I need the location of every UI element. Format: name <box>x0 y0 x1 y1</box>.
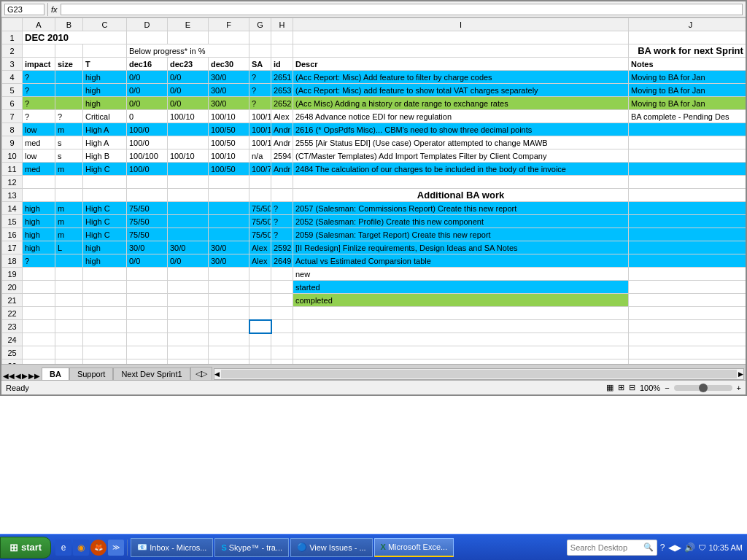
cell[interactable]: High A <box>83 123 127 136</box>
cell[interactable]: 2652 <box>271 97 293 110</box>
cell[interactable]: 30/0 <box>209 241 249 254</box>
cell[interactable]: T <box>83 58 127 71</box>
cell[interactable]: dec30 <box>209 58 249 71</box>
cell[interactable]: 2651 <box>271 71 293 84</box>
tab-first-arrow[interactable]: ◀◀ <box>3 372 15 380</box>
cell[interactable]: 0/0 <box>168 254 209 268</box>
cell[interactable] <box>629 307 746 320</box>
cell[interactable]: 100/0 <box>127 163 168 176</box>
cell[interactable] <box>209 202 249 215</box>
cell[interactable]: 0/0 <box>127 97 168 110</box>
tab-prev-arrow[interactable]: ◀ <box>15 372 21 380</box>
cell[interactable] <box>249 346 271 359</box>
cell[interactable]: ? <box>249 84 271 97</box>
cell[interactable] <box>209 31 249 44</box>
cell[interactable]: n/a <box>249 149 271 163</box>
cell[interactable]: 100/50 <box>209 163 249 176</box>
cell[interactable]: ? <box>23 254 55 268</box>
zoom-minus-icon[interactable]: − <box>665 384 669 392</box>
cell[interactable]: 2052 (Salesman: Profile) Create this new… <box>293 215 629 228</box>
cell[interactable] <box>271 176 293 189</box>
cell[interactable] <box>271 281 293 294</box>
cell[interactable]: high <box>23 202 55 215</box>
cell[interactable]: s <box>55 149 83 163</box>
cell[interactable] <box>83 176 127 189</box>
cell[interactable]: high <box>23 215 55 228</box>
cell[interactable] <box>23 294 55 307</box>
cell[interactable]: (Acc Report: Misc) add feature to show t… <box>293 84 629 97</box>
cell[interactable] <box>83 294 127 307</box>
cell[interactable]: impact <box>23 58 55 71</box>
col-header-G[interactable]: G <box>249 18 271 31</box>
cell[interactable]: dec23 <box>168 58 209 71</box>
cell[interactable]: 30/0 <box>209 97 249 110</box>
cell[interactable] <box>249 176 271 189</box>
cell[interactable] <box>209 228 249 241</box>
cell[interactable]: m <box>55 228 83 241</box>
cell[interactable] <box>293 31 629 44</box>
col-header-E[interactable]: E <box>168 18 209 31</box>
cell[interactable] <box>168 320 209 333</box>
cell[interactable] <box>271 31 293 44</box>
cell[interactable]: 100/50 <box>209 123 249 136</box>
cell[interactable] <box>127 281 168 294</box>
tab-nav-arrows[interactable]: ◀◀ ◀ ▶ ▶▶ <box>1 372 42 380</box>
cell[interactable]: 2616 (* OpsPdfs Misc)... CBM's need to s… <box>293 123 629 136</box>
cell[interactable] <box>629 149 746 163</box>
cell[interactable]: 30/0 <box>209 254 249 268</box>
name-box[interactable] <box>4 4 44 15</box>
cell[interactable]: High C <box>83 215 127 228</box>
cell[interactable] <box>629 228 746 241</box>
cell[interactable] <box>83 44 127 58</box>
cell[interactable]: ? <box>271 215 293 228</box>
cell[interactable]: Notes <box>629 58 746 71</box>
cell[interactable] <box>23 281 55 294</box>
cell[interactable] <box>271 333 293 346</box>
cell[interactable]: ? <box>23 84 55 97</box>
cell[interactable] <box>83 320 127 333</box>
cell[interactable] <box>23 44 55 58</box>
cell[interactable] <box>127 31 168 44</box>
cell[interactable]: 0/0 <box>168 84 209 97</box>
cell[interactable] <box>209 307 249 320</box>
tab-last-arrow[interactable]: ▶▶ <box>28 372 40 380</box>
cell[interactable]: 100/10 <box>168 149 209 163</box>
cell[interactable] <box>83 346 127 359</box>
cell[interactable]: Additional BA work <box>293 189 629 202</box>
cell[interactable] <box>271 268 293 281</box>
cell[interactable]: 100/0 <box>127 123 168 136</box>
cell[interactable] <box>55 71 83 84</box>
cell[interactable]: SA <box>249 58 271 71</box>
cell[interactable]: Andr <box>271 163 293 176</box>
cell[interactable] <box>249 333 271 346</box>
cell[interactable]: 75/50 <box>127 202 168 215</box>
cell[interactable]: 2594 <box>271 149 293 163</box>
cell[interactable] <box>168 202 209 215</box>
cell[interactable] <box>127 307 168 320</box>
cell[interactable] <box>249 294 271 307</box>
cell[interactable] <box>168 281 209 294</box>
cell[interactable]: high <box>23 241 55 254</box>
cell[interactable] <box>629 163 746 176</box>
cell[interactable] <box>271 294 293 307</box>
cell[interactable] <box>55 176 83 189</box>
cell[interactable]: ? <box>55 110 83 123</box>
cell[interactable]: Andr <box>271 136 293 149</box>
cell[interactable]: 2592 <box>271 241 293 254</box>
col-header-J[interactable]: J <box>629 18 746 31</box>
cell[interactable]: 0/0 <box>168 71 209 84</box>
cell[interactable] <box>168 189 209 202</box>
cell[interactable]: Critical <box>83 110 127 123</box>
cell[interactable]: m <box>55 215 83 228</box>
cell[interactable] <box>23 320 55 333</box>
cell[interactable] <box>127 294 168 307</box>
cell[interactable]: [II Redesign] Finlize requirements, Desi… <box>293 241 629 254</box>
cell[interactable] <box>293 307 629 320</box>
cell[interactable] <box>629 176 746 189</box>
col-header-I[interactable]: I <box>293 18 629 31</box>
cell[interactable] <box>168 228 209 241</box>
cell[interactable] <box>209 346 249 359</box>
cell[interactable] <box>23 189 55 202</box>
cell[interactable] <box>629 281 746 294</box>
cell[interactable] <box>168 31 209 44</box>
